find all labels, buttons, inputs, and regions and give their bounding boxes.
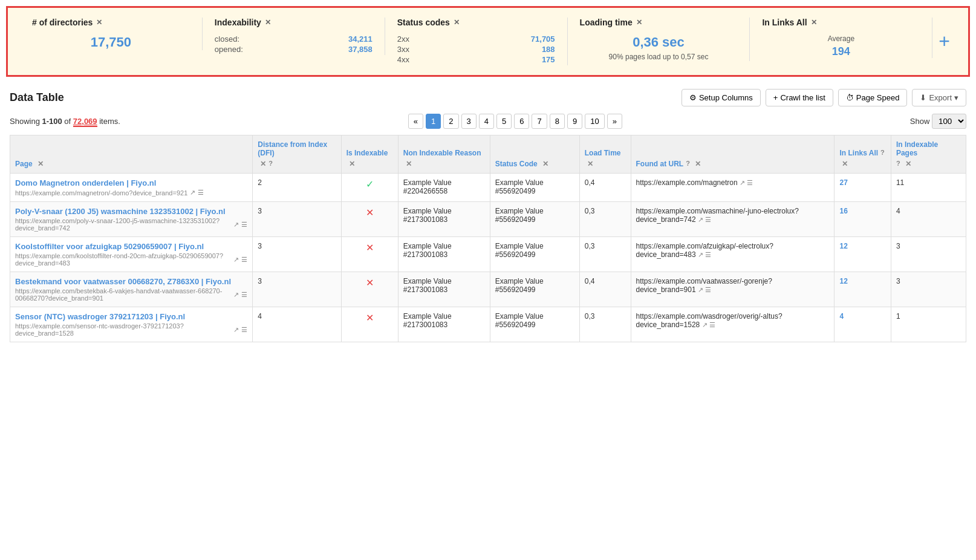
add-stat-button[interactable]: +: [932, 30, 956, 53]
status-codes-rows: 2xx71,7053xx1884xx175: [397, 34, 555, 64]
pagination-page-8[interactable]: 8: [550, 114, 565, 129]
list-icon[interactable]: ☰: [241, 221, 247, 229]
list-icon[interactable]: ☰: [709, 321, 715, 328]
cell-in-indexable-pages-2: 3: [891, 237, 966, 272]
cell-non-indexable-reason-4: Example Value #2173001083: [398, 307, 490, 342]
stat-in-links-all-close[interactable]: ✕: [811, 18, 817, 27]
col-found-at-url-close[interactable]: ✕: [695, 160, 701, 168]
cell-found-at-url-3: https://example.com/vaatwasser/-gorenje?…: [631, 272, 834, 307]
col-non-indexable-reason-close[interactable]: ✕: [406, 160, 412, 168]
cell-load-time-0: 0,4: [579, 174, 631, 202]
page-title[interactable]: Poly-V-snaar (1200 J5) wasmachine 132353…: [15, 207, 247, 216]
cell-page-2: Koolstoffilter voor afzuigkap 5029065900…: [10, 237, 253, 272]
page-url: https://example.com/magnetron/-domo?devi…: [15, 189, 247, 197]
stat-indexability: Indexability ✕ closed: 34,211 opened: 37…: [203, 18, 385, 55]
showing-range: 1-100: [42, 117, 62, 126]
stat-status-codes-title: Status codes: [397, 18, 450, 27]
col-dfi-label: Distance from Index (DFI): [258, 140, 336, 157]
stat-loading-time-close[interactable]: ✕: [636, 18, 642, 27]
list-icon[interactable]: ☰: [705, 251, 711, 258]
page-title[interactable]: Bestekmand voor vaatwasser 00668270, Z78…: [15, 277, 247, 286]
external-link-icon[interactable]: ↗: [233, 326, 239, 334]
external-link-icon[interactable]: ↗: [698, 216, 703, 223]
table-row: Sensor (NTC) wasdroger 3792171203 | Fiyo…: [10, 307, 966, 342]
page-title[interactable]: Koolstoffilter voor afzuigkap 5029065900…: [15, 242, 247, 251]
col-in-indexable-pages-close[interactable]: ✕: [905, 160, 911, 168]
cell-in-links-all-1: 16: [834, 202, 891, 237]
page-speed-button[interactable]: ⏱ Page Speed: [838, 89, 908, 106]
external-link-icon[interactable]: ↗: [702, 321, 708, 328]
external-link-icon[interactable]: ↗: [233, 221, 239, 229]
col-status-code-close[interactable]: ✕: [542, 160, 548, 168]
pagination-page-4[interactable]: 4: [479, 114, 494, 129]
stat-indexability-close[interactable]: ✕: [265, 18, 271, 27]
col-load-time-close[interactable]: ✕: [587, 160, 593, 168]
cell-page-3: Bestekmand voor vaatwasser 00668270, Z78…: [10, 272, 253, 307]
stat-status-codes-close[interactable]: ✕: [454, 18, 460, 27]
list-icon[interactable]: ☰: [705, 286, 711, 293]
external-link-icon[interactable]: ↗: [233, 256, 239, 264]
col-page-label: Page: [15, 160, 33, 168]
external-link-icon[interactable]: ↗: [190, 189, 195, 197]
showing-count: 72,069: [73, 117, 97, 127]
col-dfi-close[interactable]: ✕: [260, 160, 266, 168]
stat-loading-time-value: 0,36 sec: [580, 34, 738, 50]
pagination-page-6[interactable]: 6: [514, 114, 529, 129]
page-title[interactable]: Sensor (NTC) wasdroger 3792171203 | Fiyo…: [15, 312, 247, 321]
col-in-links-all-close[interactable]: ✕: [842, 160, 848, 168]
external-link-icon[interactable]: ↗: [698, 286, 703, 293]
list-icon[interactable]: ☰: [747, 179, 753, 186]
pagination-prev[interactable]: «: [408, 114, 423, 129]
pagination-page-7[interactable]: 7: [532, 114, 547, 129]
cross-icon: ✕: [366, 243, 374, 253]
pagination-page-9[interactable]: 9: [567, 114, 582, 129]
external-link-icon[interactable]: ↗: [698, 251, 703, 258]
export-button[interactable]: ⬇ Export ▾: [912, 89, 966, 106]
col-is-indexable-label: Is Indexable: [346, 149, 388, 157]
showing-suffix: items.: [97, 117, 120, 126]
list-icon[interactable]: ☰: [198, 189, 204, 197]
showing-of: of: [62, 117, 73, 126]
cell-load-time-1: 0,3: [579, 202, 631, 237]
list-icon[interactable]: ☰: [241, 326, 247, 334]
cell-in-indexable-pages-1: 4: [891, 202, 966, 237]
cell-status-code-4: Example Value #556920499: [490, 307, 579, 342]
external-link-icon[interactable]: ↗: [740, 179, 745, 186]
pagination-page-2[interactable]: 2: [443, 114, 458, 129]
pagination-next[interactable]: »: [607, 114, 622, 129]
col-page-close[interactable]: ✕: [37, 160, 44, 168]
col-found-at-url-help[interactable]: ?: [686, 160, 690, 167]
stat-directories-value: 17,750: [32, 34, 190, 50]
list-icon[interactable]: ☰: [705, 216, 711, 223]
show-select-input[interactable]: 100 50 200: [932, 114, 966, 129]
table-row: Domo Magnetron onderdelen | Fiyo.nl http…: [10, 174, 966, 202]
stat-closed-label: closed:: [215, 34, 239, 44]
cell-in-indexable-pages-4: 1: [891, 307, 966, 342]
stat-directories-close[interactable]: ✕: [96, 18, 102, 27]
table-header-row: Page ✕ Distance from Index (DFI) ✕ ? Is …: [10, 135, 966, 174]
in-links-all-value: 12: [839, 277, 847, 285]
table-body: Domo Magnetron onderdelen | Fiyo.nl http…: [10, 174, 966, 342]
list-icon[interactable]: ☰: [241, 291, 247, 299]
col-in-indexable-pages-help[interactable]: ?: [896, 160, 900, 167]
cell-is-indexable-1: ✕: [341, 202, 398, 237]
list-icon[interactable]: ☰: [241, 256, 247, 264]
cell-dfi-3: 3: [253, 272, 341, 307]
stat-in-links-all-value: 194: [762, 45, 920, 58]
external-link-icon[interactable]: ↗: [233, 291, 239, 299]
col-dfi-help[interactable]: ?: [268, 160, 273, 167]
col-in-links-all-help[interactable]: ?: [880, 149, 885, 156]
pagination-page-3[interactable]: 3: [461, 114, 477, 129]
col-is-indexable-close[interactable]: ✕: [349, 160, 355, 168]
setup-columns-button[interactable]: ⚙ Setup Columns: [682, 89, 761, 106]
page-title[interactable]: Domo Magnetron onderdelen | Fiyo.nl: [15, 178, 247, 187]
pagination-page-5[interactable]: 5: [496, 114, 512, 129]
found-at-url-value: https://example.com/vaatwasser/-gorenje?…: [636, 277, 772, 294]
pagination-page-1[interactable]: 1: [426, 114, 441, 129]
crawl-list-button[interactable]: + Crawl the list: [766, 89, 833, 106]
page-speed-label: Page Speed: [856, 93, 900, 102]
cell-non-indexable-reason-0: Example Value #2204266558: [398, 174, 490, 202]
data-header: Data Table ⚙ Setup Columns + Crawl the l…: [10, 89, 966, 106]
pagination-page-10[interactable]: 10: [585, 114, 604, 129]
col-non-indexable-reason-label: Non Indexable Reason: [403, 149, 481, 157]
